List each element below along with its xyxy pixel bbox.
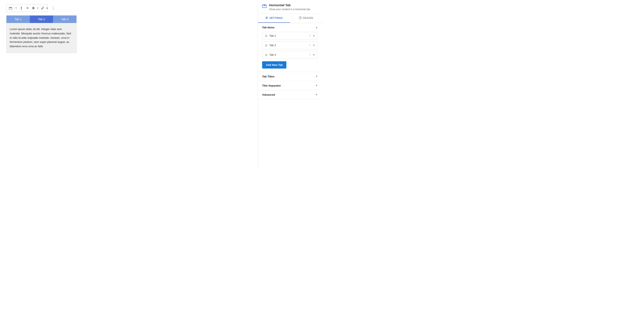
- tab-content: Lorem ipsum dolor sit elit. Integer vita…: [6, 23, 76, 53]
- tab3-expand-icon[interactable]: ▼: [313, 53, 315, 56]
- folder-button[interactable]: [8, 5, 14, 10]
- svg-rect-3: [264, 5, 265, 6]
- horizontal-tab-icon: [262, 4, 267, 9]
- settings-icon: [265, 16, 268, 20]
- svg-rect-2: [262, 5, 264, 6]
- link-icon: [41, 7, 44, 9]
- align-button[interactable]: ≡: [25, 5, 30, 11]
- drag-handle-button[interactable]: ⠿: [14, 6, 19, 10]
- tab-items-section: Tab Items ▲ 🗑 Tab 1 ⠿ ▼ 🗑 Tab 2 ⠿ ▼ 🗑: [258, 23, 322, 72]
- tab1-label: Tab 1: [269, 34, 307, 37]
- title-separator-section: Title Separator ▼: [258, 81, 322, 90]
- tab-header-2[interactable]: Tab 2: [30, 15, 53, 23]
- tab-item-row: 🗑 Tab 3 ⠿ ▼: [262, 51, 318, 59]
- tab-content-text: Lorem ipsum dolor sit elit. Integer vita…: [10, 27, 73, 49]
- advanced-section-header[interactable]: Advanced ▼: [258, 90, 322, 99]
- title-separator-chevron-icon: ▼: [315, 84, 318, 87]
- svg-point-5: [266, 17, 267, 18]
- title-separator-section-title: Title Separator: [262, 84, 281, 87]
- tab-titles-section-title: Tab Tiltes: [262, 75, 274, 78]
- widget-title: Horizontal Tab: [269, 3, 311, 7]
- tab1-trash-icon[interactable]: 🗑: [265, 34, 268, 37]
- editor-toolbar: ⠿ ▲▼ ≡ B I ▼ ⋮: [6, 4, 48, 12]
- tab3-label: Tab 3: [269, 53, 307, 56]
- tab-item-row: 🗑 Tab 2 ⠿ ▼: [262, 41, 318, 49]
- tab2-trash-icon[interactable]: 🗑: [265, 44, 268, 47]
- tab-items-chevron-up-icon: ▲: [315, 26, 318, 29]
- tab3-trash-icon[interactable]: 🗑: [265, 53, 268, 56]
- tab-item-row: 🗑 Tab 1 ⠿ ▼: [262, 32, 318, 40]
- tab-header-3[interactable]: Tab 3: [53, 15, 76, 23]
- sidebar-tab-bar: SETTINGS DESIGN: [258, 14, 322, 23]
- tab-titles-section-header[interactable]: Tab Tiltes ▼: [258, 72, 322, 81]
- add-new-tab-button[interactable]: Add New Tab: [262, 61, 286, 68]
- tab-titles-section: Tab Tiltes ▼: [258, 72, 322, 81]
- tab-items-list: 🗑 Tab 1 ⠿ ▼ 🗑 Tab 2 ⠿ ▼ 🗑 Tab 3 ⠿ ▼: [258, 32, 322, 72]
- tab2-expand-icon[interactable]: ▼: [313, 44, 315, 47]
- folder-icon: [9, 6, 12, 10]
- widget-title-block: Horizontal Tab Show your content in a ho…: [269, 3, 311, 11]
- advanced-chevron-icon: ▼: [315, 93, 318, 96]
- move-updown-button[interactable]: ▲▼: [19, 5, 24, 11]
- main-content-area: ⠿ ▲▼ ≡ B I ▼ ⋮ Tab 1 Tab 2 Tab 3 Lorem i…: [0, 0, 258, 167]
- svg-rect-4: [265, 5, 266, 6]
- design-tab[interactable]: DESIGN: [290, 14, 322, 23]
- advanced-section-title: Advanced: [262, 93, 275, 96]
- tab-headers: Tab 1 Tab 2 Tab 3: [6, 15, 76, 23]
- widget-desc: Show your content in a horizontal tab.: [269, 8, 311, 11]
- link-chevron-button[interactable]: ▼: [46, 6, 48, 10]
- design-icon: [299, 16, 302, 20]
- settings-content: Tab Items ▲ 🗑 Tab 1 ⠿ ▼ 🗑 Tab 2 ⠿ ▼ 🗑: [258, 23, 322, 167]
- right-sidebar: Horizontal Tab Show your content in a ho…: [258, 0, 322, 167]
- tab3-drag-icon[interactable]: ⠿: [309, 53, 311, 56]
- tab1-expand-icon[interactable]: ▼: [313, 34, 315, 37]
- tab-titles-chevron-icon: ▼: [315, 75, 318, 78]
- settings-tab-label: SETTINGS: [269, 16, 283, 19]
- advanced-section: Advanced ▼: [258, 90, 322, 99]
- link-button[interactable]: [40, 6, 45, 10]
- italic-button[interactable]: I: [36, 5, 39, 10]
- tab-items-section-header[interactable]: Tab Items ▲: [258, 23, 322, 32]
- widget-header: Horizontal Tab Show your content in a ho…: [258, 0, 322, 14]
- design-tab-label: DESIGN: [303, 16, 313, 19]
- tab2-label: Tab 2: [269, 44, 307, 47]
- tab-items-section-title: Tab Items: [262, 26, 274, 29]
- title-separator-section-header[interactable]: Title Separator ▼: [258, 81, 322, 90]
- settings-tab[interactable]: SETTINGS: [258, 14, 290, 23]
- bold-button[interactable]: B: [31, 5, 36, 10]
- more-options-button[interactable]: ⋮: [50, 5, 56, 11]
- tab2-drag-icon[interactable]: ⠿: [309, 44, 311, 47]
- tab-widget: Tab 1 Tab 2 Tab 3 Lorem ipsum dolor sit …: [6, 15, 77, 53]
- tab-header-1[interactable]: Tab 1: [6, 15, 30, 23]
- tab1-drag-icon[interactable]: ⠿: [309, 34, 311, 37]
